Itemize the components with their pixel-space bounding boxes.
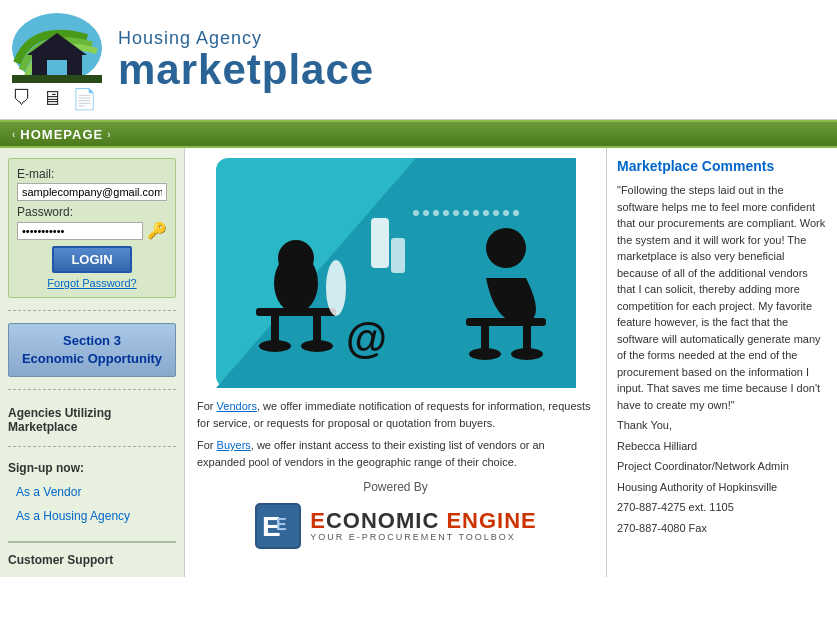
vendor-desc-text: , we offer immediate notification of req… (197, 400, 591, 429)
commenter-phone1: 270-887-4275 ext. 1105 (617, 499, 827, 516)
commenter-name: Rebecca Hilliard (617, 438, 827, 455)
svg-point-32 (511, 348, 543, 360)
org-chart-icon: ⛉ (12, 87, 32, 111)
password-label: Password: (17, 205, 167, 219)
svg-point-21 (463, 210, 469, 216)
forgot-password-link[interactable]: Forgot Password? (17, 277, 167, 289)
nav-marker-left: ‹ (12, 129, 16, 140)
svg-point-12 (259, 340, 291, 352)
signup-title: Sign-up now: (8, 461, 176, 475)
document-icon: 📄 (72, 87, 97, 111)
ee-main-text: ECONOMIC ENGINE (310, 510, 537, 532)
quote-text: "Following the steps laid out in the sof… (617, 182, 827, 413)
svg-text:E: E (276, 516, 287, 533)
comments-body: "Following the steps laid out in the sof… (617, 182, 827, 536)
computer-icon: 🖥 (42, 87, 62, 111)
comments-title: Marketplace Comments (617, 158, 827, 174)
svg-point-25 (503, 210, 509, 216)
password-row: 🔑 (17, 221, 167, 240)
svg-point-19 (443, 210, 449, 216)
svg-rect-15 (391, 238, 405, 273)
ee-icon: E E (254, 502, 302, 550)
customer-support-label: Customer Support (8, 553, 176, 567)
buyers-link[interactable]: Buyers (217, 439, 251, 451)
svg-point-13 (301, 340, 333, 352)
svg-point-20 (453, 210, 459, 216)
logo-area: ⛉ 🖥 📄 (12, 8, 102, 111)
svg-point-8 (274, 253, 318, 313)
vendors-link[interactable]: Vendors (217, 400, 257, 412)
svg-rect-9 (256, 308, 336, 316)
divider-3 (8, 446, 176, 447)
economic-engine-logo: E E ECONOMIC ENGINE YOUR E-PROCUREMENT T… (197, 502, 594, 550)
brand-text: Housing Agency marketplace (118, 28, 374, 91)
email-input[interactable] (17, 183, 167, 201)
header: ⛉ 🖥 📄 Housing Agency marketplace (0, 0, 837, 120)
ee-brand-text: ECONOMIC ENGINE YOUR E-PROCUREMENT TOOLB… (310, 510, 537, 542)
center-content: @ For Vendors, we offer immediate notifi… (185, 148, 607, 577)
divider-1 (8, 310, 176, 311)
section3-line1: Section 3 (63, 333, 121, 348)
commenter-title: Project Coordinator/Network Admin (617, 458, 827, 475)
signup-agency-link[interactable]: As a Housing Agency (8, 509, 176, 523)
svg-point-17 (423, 210, 429, 216)
login-form: E-mail: Password: 🔑 LOGIN Forgot Passwor… (8, 158, 176, 298)
section3-button[interactable]: Section 3 Economic Opportunity (8, 323, 176, 377)
svg-rect-28 (466, 318, 546, 326)
key-icon[interactable]: 🔑 (147, 221, 167, 240)
svg-point-18 (433, 210, 439, 216)
svg-point-22 (473, 210, 479, 216)
divider-2 (8, 389, 176, 390)
right-sidebar: Marketplace Comments "Following the step… (607, 148, 837, 577)
powered-by-text: Powered By (197, 478, 594, 496)
nav-homepage[interactable]: ‹ HOMEPAGE › (12, 127, 112, 142)
svg-point-24 (493, 210, 499, 216)
vendor-description: For Vendors, we offer immediate notifica… (197, 398, 594, 431)
signup-vendor-link[interactable]: As a Vendor (8, 485, 176, 499)
agencies-title: Agencies Utilizing Marketplace (8, 406, 176, 434)
commenter-org: Housing Authority of Hopkinsville (617, 479, 827, 496)
brand-title: marketplace (118, 49, 374, 91)
nav-homepage-label: HOMEPAGE (20, 127, 103, 142)
logo-graphic (12, 8, 102, 83)
svg-point-16 (413, 210, 419, 216)
section3-line2: Economic Opportunity (22, 351, 162, 366)
password-input[interactable] (17, 222, 143, 240)
main-layout: E-mail: Password: 🔑 LOGIN Forgot Passwor… (0, 148, 837, 577)
logo-icons: ⛉ 🖥 📄 (12, 87, 97, 111)
svg-point-27 (486, 228, 526, 268)
svg-point-31 (469, 348, 501, 360)
login-button[interactable]: LOGIN (52, 246, 132, 273)
ee-sub-text: YOUR E-PROCUREMENT TOOLBOX (310, 532, 516, 542)
svg-rect-14 (371, 218, 389, 268)
nav-marker-right: › (107, 129, 111, 140)
hero-image: @ (216, 158, 576, 388)
svg-rect-4 (12, 75, 102, 83)
buyer-description: For Buyers, we offer instant access to t… (197, 437, 594, 470)
svg-rect-3 (47, 60, 67, 75)
thank-you: Thank You, (617, 417, 827, 434)
divider-bottom (8, 541, 176, 543)
commenter-phone2: 270-887-4080 Fax (617, 520, 827, 537)
left-sidebar: E-mail: Password: 🔑 LOGIN Forgot Passwor… (0, 148, 185, 577)
navbar: ‹ HOMEPAGE › (0, 120, 837, 148)
email-label: E-mail: (17, 167, 167, 181)
svg-text:@: @ (346, 315, 387, 362)
svg-point-26 (513, 210, 519, 216)
svg-point-34 (326, 260, 346, 316)
center-description: For Vendors, we offer immediate notifica… (197, 398, 594, 496)
svg-point-23 (483, 210, 489, 216)
